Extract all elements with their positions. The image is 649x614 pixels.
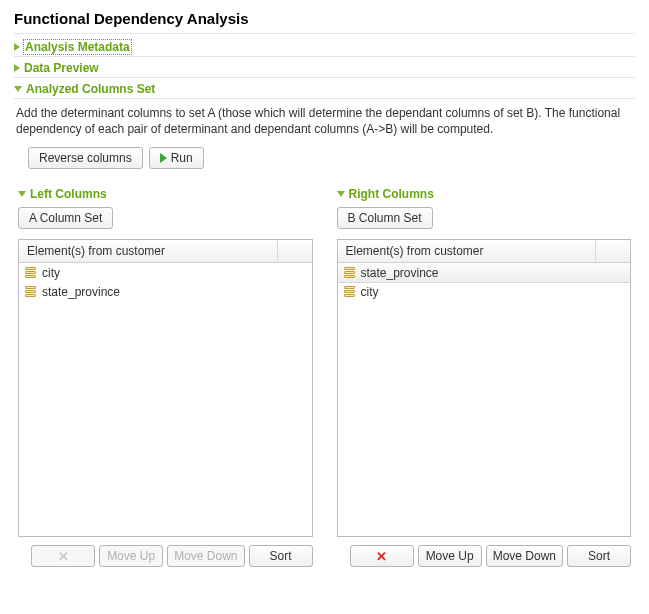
column-name: state_province [42,285,120,299]
page-title: Functional Dependency Analysis [14,8,635,34]
section-preview-title: Data Preview [24,61,99,75]
left-column-panel: Left Columns A Column Set Element(s) fro… [18,183,313,567]
chevron-down-icon [337,191,345,197]
b-column-set-button[interactable]: B Column Set [337,207,433,229]
left-sort-button[interactable]: Sort [249,545,313,567]
columns-container: Left Columns A Column Set Element(s) fro… [14,175,635,567]
right-movedown-button[interactable]: Move Down [486,545,563,567]
column-icon [344,286,355,298]
right-grid-header: Element(s) from customer [338,240,631,263]
chevron-right-icon [14,64,20,72]
right-moveup-button[interactable]: Move Up [418,545,482,567]
left-grid-header-spacer [278,240,312,262]
left-footer: ✕ Move Up Move Down Sort [18,537,313,567]
column-icon [25,267,36,279]
a-column-set-label: A Column Set [29,211,102,225]
right-columns-grid[interactable]: Element(s) from customer state_provincec… [337,239,632,537]
right-sort-button[interactable]: Sort [567,545,631,567]
a-column-set-button[interactable]: A Column Set [18,207,113,229]
chevron-down-icon [18,191,26,197]
table-row[interactable]: state_province [19,282,312,301]
section-columns-desc: Add the determinant columns to set A (th… [14,99,635,147]
column-icon [344,267,355,279]
left-sort-label: Sort [269,549,291,563]
close-icon: ✕ [58,550,69,563]
run-label: Run [171,151,193,165]
right-sort-label: Sort [588,549,610,563]
column-name: city [42,266,60,280]
section-metadata[interactable]: Analysis Metadata [14,36,635,57]
table-row[interactable]: state_province [338,263,631,283]
right-delete-button[interactable]: ✕ [350,545,414,567]
analysis-editor: Functional Dependency Analysis Analysis … [0,0,649,567]
close-icon: ✕ [376,550,387,563]
left-movedown-button: Move Down [167,545,244,567]
left-columns-title: Left Columns [30,187,107,201]
left-columns-header[interactable]: Left Columns [18,183,313,201]
column-icon [25,286,36,298]
right-grid-header-label: Element(s) from customer [338,240,597,262]
b-column-set-label: B Column Set [348,211,422,225]
right-column-panel: Right Columns B Column Set Element(s) fr… [337,183,632,567]
left-columns-grid[interactable]: Element(s) from customer citystate_provi… [18,239,313,537]
toolbar: Reverse columns Run [14,147,635,175]
right-grid-body[interactable]: state_provincecity [338,263,631,536]
section-preview[interactable]: Data Preview [14,57,635,78]
right-moveup-label: Move Up [426,549,474,563]
left-delete-button: ✕ [31,545,95,567]
table-row[interactable]: city [338,282,631,301]
left-grid-header: Element(s) from customer [19,240,312,263]
right-columns-header[interactable]: Right Columns [337,183,632,201]
left-grid-header-label: Element(s) from customer [19,240,278,262]
reverse-columns-button[interactable]: Reverse columns [28,147,143,169]
run-button[interactable]: Run [149,147,204,169]
table-row[interactable]: city [19,263,312,282]
column-name: city [361,285,379,299]
chevron-right-icon [14,43,20,51]
left-moveup-label: Move Up [107,549,155,563]
section-metadata-title: Analysis Metadata [24,40,131,54]
right-footer: ✕ Move Up Move Down Sort [337,537,632,567]
left-moveup-button: Move Up [99,545,163,567]
right-movedown-label: Move Down [493,549,556,563]
column-name: state_province [361,266,439,280]
play-icon [160,153,167,163]
chevron-down-icon [14,86,22,92]
left-grid-body[interactable]: citystate_province [19,263,312,536]
right-columns-title: Right Columns [349,187,434,201]
reverse-columns-label: Reverse columns [39,151,132,165]
right-grid-header-spacer [596,240,630,262]
left-movedown-label: Move Down [174,549,237,563]
section-columns[interactable]: Analyzed Columns Set [14,78,635,99]
section-columns-title: Analyzed Columns Set [26,82,155,96]
